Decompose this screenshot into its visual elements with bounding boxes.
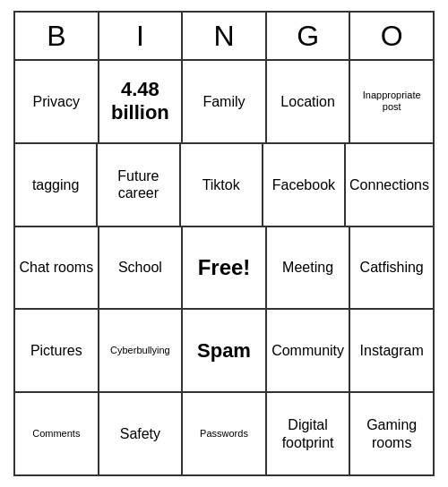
bingo-row: taggingFuture careerTiktokFacebookConnec… (15, 144, 433, 227)
header-letter: I (99, 13, 184, 59)
bingo-cell: Community (267, 310, 351, 391)
bingo-row: PicturesCyberbullyingSpamCommunityInstag… (15, 310, 433, 393)
bingo-cell: School (99, 227, 184, 309)
bingo-cell: Tiktok (181, 144, 263, 226)
bingo-row: Chat roomsSchoolFree!MeetingCatfishing (15, 227, 433, 311)
bingo-cell: Pictures (15, 310, 99, 391)
bingo-cell: Chat rooms (15, 227, 99, 309)
bingo-cell: Free! (183, 227, 267, 309)
bingo-cell: Catfishing (350, 227, 433, 309)
bingo-header: BINGO (15, 13, 433, 61)
bingo-cell: Inappropriate post (350, 61, 433, 142)
header-letter: N (183, 13, 267, 59)
bingo-row: CommentsSafetyPasswordsDigital footprint… (15, 393, 433, 474)
bingo-cell: Connections (346, 144, 433, 226)
bingo-cell: Gaming rooms (350, 393, 433, 474)
bingo-row: Privacy4.48 billionFamilyLocationInappro… (15, 61, 433, 144)
bingo-cell: Comments (15, 393, 99, 474)
bingo-cell: Facebook (263, 144, 346, 226)
bingo-cell: Spam (183, 310, 267, 391)
header-letter: G (267, 13, 351, 59)
bingo-cell: Future career (98, 144, 180, 226)
bingo-card: BINGO Privacy4.48 billionFamilyLocationI… (13, 11, 435, 476)
bingo-cell: Safety (99, 393, 184, 474)
bingo-cell: Passwords (183, 393, 267, 474)
bingo-cell: tagging (15, 144, 98, 226)
bingo-cell: Cyberbullying (99, 310, 184, 391)
bingo-cell: Instagram (350, 310, 433, 391)
bingo-cell: Privacy (15, 61, 99, 142)
header-letter: B (15, 13, 99, 59)
header-letter: O (350, 13, 433, 59)
bingo-cell: Digital footprint (267, 393, 351, 474)
bingo-cell: Meeting (267, 227, 351, 309)
bingo-grid: Privacy4.48 billionFamilyLocationInappro… (15, 61, 433, 474)
bingo-cell: 4.48 billion (99, 61, 184, 142)
bingo-cell: Family (183, 61, 267, 142)
bingo-cell: Location (267, 61, 351, 142)
